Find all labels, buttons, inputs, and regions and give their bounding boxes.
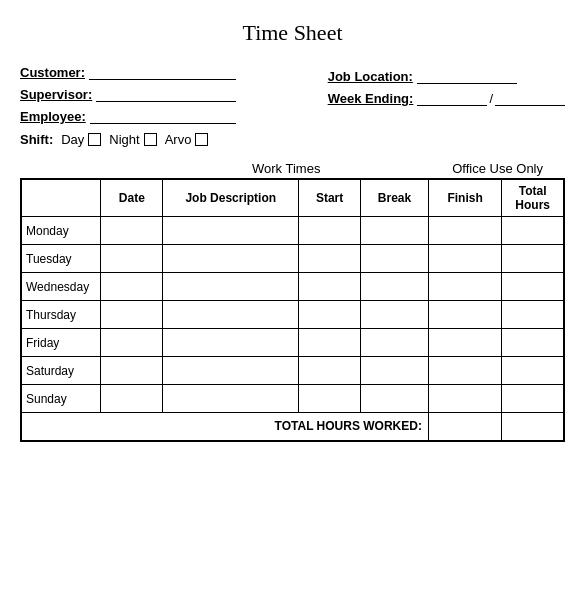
friday-finish[interactable] (428, 329, 501, 357)
table-row: Sunday (21, 385, 564, 413)
left-fields: Customer: Supervisor: Employee: (20, 64, 236, 124)
monday-start[interactable] (299, 217, 361, 245)
header-date: Date (101, 179, 163, 217)
table-row: Monday (21, 217, 564, 245)
week-ending-label: Week Ending: (328, 91, 414, 106)
shift-arvo-option: Arvo (165, 132, 209, 147)
shift-night-option: Night (109, 132, 156, 147)
day-wednesday: Wednesday (21, 273, 101, 301)
header-break: Break (361, 179, 429, 217)
wednesday-finish[interactable] (428, 273, 501, 301)
thursday-start[interactable] (299, 301, 361, 329)
customer-row: Customer: (20, 64, 236, 80)
shift-arvo-label: Arvo (165, 132, 192, 147)
thursday-finish[interactable] (428, 301, 501, 329)
saturday-finish[interactable] (428, 357, 501, 385)
customer-input[interactable] (89, 64, 236, 80)
saturday-total[interactable] (502, 357, 564, 385)
timesheet-page: Time Sheet Customer: Supervisor: Employe… (20, 20, 565, 442)
timesheet-table: Date Job Description Start Break Finish … (20, 178, 565, 442)
day-thursday: Thursday (21, 301, 101, 329)
monday-break[interactable] (361, 217, 429, 245)
table-row: Tuesday (21, 245, 564, 273)
employee-label: Employee: (20, 109, 86, 124)
week-ending-date: / (417, 90, 565, 106)
job-location-row: Job Location: (328, 68, 565, 84)
friday-jobdesc[interactable] (163, 329, 299, 357)
header-start: Start (299, 179, 361, 217)
saturday-jobdesc[interactable] (163, 357, 299, 385)
shift-night-checkbox[interactable] (144, 133, 157, 146)
table-row: Friday (21, 329, 564, 357)
wednesday-date[interactable] (101, 273, 163, 301)
sunday-jobdesc[interactable] (163, 385, 299, 413)
total-finish-cell (428, 413, 501, 441)
job-location-input[interactable] (417, 68, 517, 84)
sunday-break[interactable] (361, 385, 429, 413)
total-row: TOTAL HOURS WORKED: (21, 413, 564, 441)
total-hours-label: TOTAL HOURS WORKED: (21, 413, 428, 441)
customer-label: Customer: (20, 65, 85, 80)
friday-date[interactable] (101, 329, 163, 357)
shift-row: Shift: Day Night Arvo (20, 132, 565, 147)
week-ending-end-input[interactable] (495, 90, 565, 106)
week-ending-row: Week Ending: / (328, 90, 565, 106)
header-section: Customer: Supervisor: Employee: Job Loca… (20, 64, 565, 124)
friday-break[interactable] (361, 329, 429, 357)
table-row: Wednesday (21, 273, 564, 301)
tuesday-break[interactable] (361, 245, 429, 273)
shift-day-checkbox[interactable] (88, 133, 101, 146)
monday-finish[interactable] (428, 217, 501, 245)
shift-arvo-checkbox[interactable] (195, 133, 208, 146)
header-finish: Finish (428, 179, 501, 217)
friday-start[interactable] (299, 329, 361, 357)
sunday-date[interactable] (101, 385, 163, 413)
table-row: Saturday (21, 357, 564, 385)
right-fields: Job Location: Week Ending: / (328, 68, 565, 124)
shift-night-label: Night (109, 132, 139, 147)
tuesday-total[interactable] (502, 245, 564, 273)
saturday-date[interactable] (101, 357, 163, 385)
wednesday-jobdesc[interactable] (163, 273, 299, 301)
day-sunday: Sunday (21, 385, 101, 413)
table-header-row: Date Job Description Start Break Finish … (21, 179, 564, 217)
header-jobdesc: Job Description (163, 179, 299, 217)
saturday-break[interactable] (361, 357, 429, 385)
work-times-label: Work Times (252, 161, 320, 176)
monday-jobdesc[interactable] (163, 217, 299, 245)
tuesday-finish[interactable] (428, 245, 501, 273)
thursday-date[interactable] (101, 301, 163, 329)
wednesday-start[interactable] (299, 273, 361, 301)
week-ending-start-input[interactable] (417, 90, 487, 106)
saturday-start[interactable] (299, 357, 361, 385)
tuesday-date[interactable] (101, 245, 163, 273)
sunday-start[interactable] (299, 385, 361, 413)
job-location-label: Job Location: (328, 69, 413, 84)
day-tuesday: Tuesday (21, 245, 101, 273)
thursday-jobdesc[interactable] (163, 301, 299, 329)
monday-total[interactable] (502, 217, 564, 245)
thursday-break[interactable] (361, 301, 429, 329)
sunday-total[interactable] (502, 385, 564, 413)
shift-day-label: Day (61, 132, 84, 147)
wednesday-total[interactable] (502, 273, 564, 301)
total-hours-value[interactable] (502, 413, 564, 441)
supervisor-input[interactable] (96, 86, 236, 102)
date-slash: / (489, 91, 493, 106)
office-use-label: Office Use Only (452, 161, 543, 176)
sunday-finish[interactable] (428, 385, 501, 413)
thursday-total[interactable] (502, 301, 564, 329)
monday-date[interactable] (101, 217, 163, 245)
tuesday-jobdesc[interactable] (163, 245, 299, 273)
friday-total[interactable] (502, 329, 564, 357)
tuesday-start[interactable] (299, 245, 361, 273)
day-friday: Friday (21, 329, 101, 357)
wednesday-break[interactable] (361, 273, 429, 301)
shift-label: Shift: (20, 132, 53, 147)
employee-input[interactable] (90, 108, 237, 124)
header-day (21, 179, 101, 217)
day-monday: Monday (21, 217, 101, 245)
table-row: Thursday (21, 301, 564, 329)
supervisor-label: Supervisor: (20, 87, 92, 102)
section-labels: Work Times Office Use Only (20, 161, 565, 176)
